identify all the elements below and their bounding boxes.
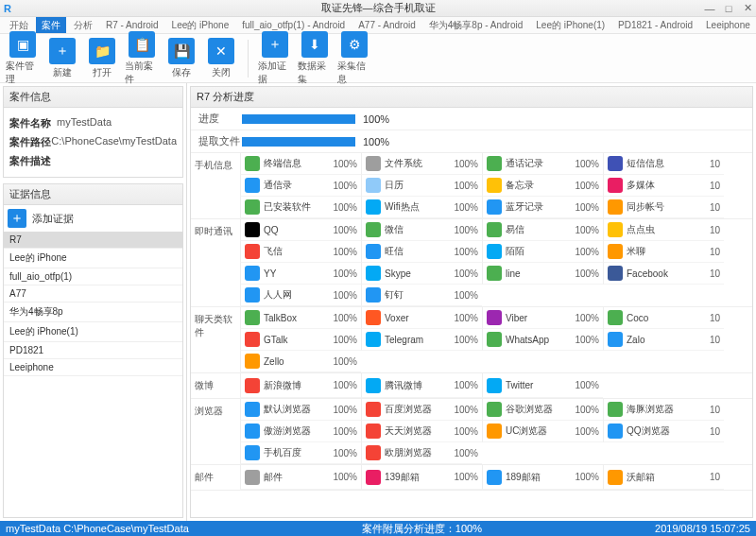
add-evidence-button[interactable]: ＋ 添加证据 <box>4 205 182 232</box>
analysis-cell[interactable]: Coco10 <box>603 307 724 329</box>
toolbar-label: 采集信息 <box>337 60 371 86</box>
analysis-cell[interactable]: 欧朋浏览器100% <box>361 442 482 464</box>
app-icon <box>366 244 381 259</box>
analysis-cell[interactable]: 手机百度100% <box>240 442 361 464</box>
device-item[interactable]: PD1821 <box>4 342 182 359</box>
toolbar-button[interactable]: 📁打开 <box>85 38 119 79</box>
analysis-cell[interactable]: Twitter100% <box>482 373 603 398</box>
menu-item[interactable]: 华为4畅享8p - Android <box>423 17 529 34</box>
app-name: Telegram <box>385 335 452 345</box>
close-button[interactable]: ✕ <box>741 3 754 14</box>
app-name: 欧朋浏览器 <box>385 446 452 459</box>
app-name: 海豚浏览器 <box>627 403 708 416</box>
analysis-cell[interactable]: 邮件100% <box>240 465 361 490</box>
analysis-cell[interactable]: 沃邮箱10 <box>603 465 724 490</box>
analysis-cell[interactable]: Wifi热点100% <box>361 197 482 218</box>
analysis-cell[interactable]: 天天浏览器100% <box>361 421 482 442</box>
analysis-cell[interactable]: 日历100% <box>361 175 482 197</box>
app-pct: 100% <box>333 268 357 279</box>
analysis-cell[interactable]: UC浏览器100% <box>482 421 603 442</box>
analysis-cell[interactable]: 同步帐号10 <box>603 197 724 218</box>
app-name: 默认浏览器 <box>264 403 331 416</box>
device-item[interactable]: Leeiphone <box>4 359 182 376</box>
analysis-cell[interactable]: Telegram100% <box>361 329 482 351</box>
analysis-cell[interactable]: QQ100% <box>240 219 361 241</box>
analysis-cell[interactable]: 139邮箱100% <box>361 465 482 490</box>
analysis-cell[interactable]: 点点虫10 <box>603 219 724 241</box>
analysis-cell[interactable]: 微信100% <box>361 219 482 241</box>
menu-item[interactable]: Leeiphone <box>700 18 756 32</box>
toolbar-button[interactable]: ＋新建 <box>45 38 79 79</box>
toolbar-label: 打开 <box>93 66 112 79</box>
toolbar-button[interactable]: ＋添加证据 <box>258 31 292 86</box>
analysis-cell[interactable]: Skype100% <box>361 263 482 285</box>
app-name: 189邮箱 <box>506 471 573 484</box>
device-list: R7Lee的 iPhonefull_aio_otfp(1)A77华为4畅享8pL… <box>4 232 182 376</box>
analysis-cell[interactable]: 多媒体10 <box>603 175 724 197</box>
app-name: 短信信息 <box>627 157 708 170</box>
analysis-cell[interactable]: 短信信息10 <box>603 153 724 175</box>
analysis-cell[interactable]: 新浪微博100% <box>240 373 361 398</box>
analysis-cell[interactable]: 谷歌浏览器100% <box>482 399 603 421</box>
analysis-cell[interactable]: 陌陌100% <box>482 241 603 263</box>
analysis-cell[interactable]: Zalo10 <box>603 329 724 351</box>
analysis-cell[interactable]: Facebook10 <box>603 263 724 285</box>
progress-rows: 进度100%提取文件100% <box>191 108 752 153</box>
analysis-cell[interactable]: 备忘录100% <box>482 175 603 197</box>
analysis-cell[interactable]: 钉钉100% <box>361 285 482 306</box>
device-item[interactable]: Lee的 iPhone <box>4 249 182 268</box>
device-item[interactable]: R7 <box>4 232 182 249</box>
toolbar-button[interactable]: 💾保存 <box>164 38 198 79</box>
menu-item[interactable]: PD1821 - Android <box>612 18 698 32</box>
toolbar-button[interactable]: ✕关闭 <box>204 38 238 79</box>
analysis-cell[interactable]: 易信100% <box>482 219 603 241</box>
analysis-sections[interactable]: 手机信息终端信息100%文件系统100%通话记录100%短信信息10通信录100… <box>191 153 752 517</box>
app-name: 多媒体 <box>627 179 708 192</box>
analysis-cell[interactable]: Voxer100% <box>361 307 482 329</box>
analysis-cell[interactable]: WhatsApp100% <box>482 329 603 351</box>
analysis-cell[interactable]: Viber100% <box>482 307 603 329</box>
analysis-cell[interactable]: 189邮箱100% <box>482 465 603 490</box>
analysis-cell[interactable]: 旺信100% <box>361 241 482 263</box>
app-name: Zello <box>264 356 331 367</box>
analysis-cell[interactable]: 米聊10 <box>603 241 724 263</box>
app-name: 日历 <box>385 179 452 192</box>
menu-item[interactable]: 分析 <box>68 17 98 34</box>
device-item[interactable]: A77 <box>4 285 182 303</box>
toolbar-button[interactable]: ▣案件管理 <box>6 31 40 86</box>
analysis-cell[interactable]: line100% <box>482 263 603 285</box>
minimize-button[interactable]: — <box>703 3 716 14</box>
analysis-cell[interactable]: 通信录100% <box>240 175 361 197</box>
analysis-cell[interactable]: 已安装软件100% <box>240 197 361 218</box>
device-item[interactable]: Lee的 iPhone(1) <box>4 322 182 342</box>
left-sidebar: 案件信息 案件名称myTestData案件路径C:\PhoneCase\myTe… <box>0 83 187 521</box>
menu-item[interactable]: full_aio_otfp(1) - Android <box>236 18 351 32</box>
analysis-cell[interactable]: 默认浏览器100% <box>240 399 361 421</box>
analysis-cell[interactable]: 蓝牙记录100% <box>482 197 603 218</box>
analysis-cell[interactable]: 通话记录100% <box>482 153 603 175</box>
toolbar-button[interactable]: 📋当前案件 <box>125 31 159 86</box>
analysis-cell[interactable]: 百度浏览器100% <box>361 399 482 421</box>
analysis-cell[interactable]: 文件系统100% <box>361 153 482 175</box>
device-item[interactable]: full_aio_otfp(1) <box>4 268 182 285</box>
device-item[interactable]: 华为4畅享8p <box>4 303 182 322</box>
analysis-cell[interactable]: YY100% <box>240 263 361 285</box>
app-name: 通信录 <box>264 179 331 192</box>
menu-item[interactable]: 案件 <box>36 17 66 34</box>
maximize-button[interactable]: □ <box>722 3 735 14</box>
analysis-cell[interactable]: 人人网100% <box>240 285 361 306</box>
menu-item[interactable]: Lee的 iPhone <box>166 17 235 34</box>
analysis-cell[interactable]: 终端信息100% <box>240 153 361 175</box>
toolbar-button[interactable]: ⚙采集信息 <box>337 31 371 86</box>
toolbar-button[interactable]: ⬇数据采集 <box>298 31 332 86</box>
analysis-cell[interactable]: QQ浏览器10 <box>603 421 724 442</box>
app-icon <box>487 402 502 417</box>
analysis-cell[interactable]: 飞信100% <box>240 241 361 263</box>
menu-item[interactable]: Lee的 iPhone(1) <box>530 17 610 34</box>
analysis-cell[interactable]: Zello100% <box>240 351 361 372</box>
analysis-cell[interactable]: 腾讯微博100% <box>361 373 482 398</box>
analysis-cell[interactable]: TalkBox100% <box>240 307 361 329</box>
analysis-cell[interactable]: 傲游浏览器100% <box>240 421 361 442</box>
analysis-cell[interactable]: GTalk100% <box>240 329 361 351</box>
analysis-cell[interactable]: 海豚浏览器10 <box>603 399 724 421</box>
